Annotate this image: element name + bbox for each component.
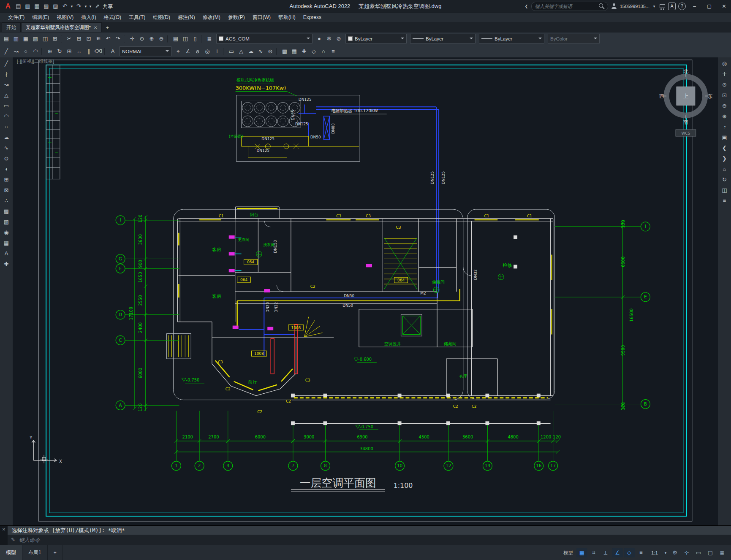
clean-screen-icon[interactable]: ▢: [705, 548, 716, 557]
share-icon[interactable]: ⇗: [93, 2, 102, 11]
open-icon[interactable]: ▥: [23, 2, 32, 11]
account-icon[interactable]: [611, 3, 617, 10]
text-style-icon[interactable]: A: [108, 47, 117, 56]
text-style-combo[interactable]: NORMAL: [120, 46, 171, 56]
qopen-icon[interactable]: ▥: [11, 34, 21, 43]
lineweight-display-toggle[interactable]: ≡: [636, 548, 647, 557]
viewcube-west[interactable]: 西: [659, 93, 664, 99]
undo-icon[interactable]: ↶: [60, 2, 69, 11]
arc-icon[interactable]: ◠: [1, 111, 11, 122]
mtext-icon[interactable]: A: [1, 249, 11, 259]
ortho-mode-toggle[interactable]: ⟂: [600, 548, 611, 557]
undo-dropdown-icon[interactable]: ▾: [70, 2, 74, 11]
plot-style-combo[interactable]: ByColor: [548, 34, 600, 43]
customization-icon[interactable]: ≣: [717, 548, 728, 557]
annotation-monitor-icon[interactable]: ⊹: [681, 548, 692, 557]
hatch-icon[interactable]: ▩: [1, 206, 11, 216]
menu-dimension[interactable]: 标注(N): [174, 13, 199, 22]
wcs-label[interactable]: WCS: [682, 131, 690, 135]
zoom-previous-icon[interactable]: ⊖: [720, 101, 730, 111]
search-input[interactable]: [534, 3, 598, 9]
drawing-canvas[interactable]: [-][俯视][二维线框]: [13, 57, 718, 525]
account-dropdown-icon[interactable]: ▾: [652, 2, 656, 11]
create-block-icon[interactable]: ⊠: [1, 185, 11, 195]
designcenter-icon[interactable]: ◫: [181, 34, 190, 43]
viewport-config-icon[interactable]: ◫: [720, 185, 730, 195]
pan-icon[interactable]: ✛: [128, 34, 137, 43]
properties-icon[interactable]: ▤: [171, 34, 180, 43]
layer-freeze-icon[interactable]: ❄: [324, 34, 334, 43]
document-tab[interactable]: 某超豪华别墅风冷热泵空调图* ✕: [21, 22, 102, 32]
object-snap-toggle[interactable]: ◇: [624, 548, 635, 557]
cad-drawing[interactable]: 124781012141617IGFDCAIEB 模块式风冷热泵机组300KW(…: [13, 57, 718, 525]
viewcube-north[interactable]: 北: [683, 68, 688, 74]
menu-view[interactable]: 视图(V): [53, 13, 77, 22]
circle-icon[interactable]: ○: [21, 47, 30, 56]
redo-dropdown-icon[interactable]: ▾: [84, 2, 88, 11]
menu-window[interactable]: 窗口(W): [249, 13, 274, 22]
menu-modify[interactable]: 修改(M): [199, 13, 224, 22]
quick-access-dropdown-icon[interactable]: ▾: [88, 2, 92, 11]
region-icon[interactable]: ◉: [1, 227, 11, 238]
app-store-icon[interactable]: A: [668, 3, 676, 10]
zoom-window-icon[interactable]: ⊕: [147, 34, 156, 43]
application-menu-button[interactable]: A: [3, 2, 14, 11]
plot-icon[interactable]: ▨: [31, 34, 40, 43]
polyline-icon[interactable]: ↝: [11, 47, 21, 56]
grid-display-toggle[interactable]: ▦: [576, 548, 587, 557]
menu-file[interactable]: 文件(F): [4, 13, 28, 22]
menu-help[interactable]: 帮助(H): [274, 13, 299, 22]
point-icon[interactable]: ✚: [299, 47, 309, 56]
nav-forward-icon[interactable]: ❯: [720, 154, 730, 164]
table-icon[interactable]: ▦: [290, 47, 299, 56]
plot-preview-icon[interactable]: ◫: [41, 34, 50, 43]
spline-icon[interactable]: ∿: [256, 47, 265, 56]
home-view-icon[interactable]: ⌂: [720, 164, 730, 174]
polyline-icon[interactable]: ↝: [1, 80, 11, 90]
cart-icon[interactable]: [659, 3, 666, 10]
layer-states-icon[interactable]: ●: [315, 34, 324, 43]
rectangle-icon[interactable]: ▭: [227, 47, 236, 56]
dim-diameter-icon[interactable]: ⌀: [193, 47, 202, 56]
line-icon[interactable]: ╱: [1, 59, 11, 69]
layer-lock-icon[interactable]: ⊘: [334, 34, 343, 43]
match-properties-icon[interactable]: ≋: [94, 34, 103, 43]
model-tab[interactable]: 模型: [0, 545, 22, 560]
lineweight-combo[interactable]: ByLayer: [479, 34, 544, 43]
point-icon[interactable]: ∴: [1, 196, 11, 206]
pan-icon[interactable]: ✛: [720, 69, 730, 79]
linetype-combo[interactable]: ByLayer: [410, 34, 476, 43]
menu-format[interactable]: 格式(O): [100, 13, 125, 22]
zoom-realtime-icon[interactable]: ⊙: [137, 34, 147, 43]
menu-tools[interactable]: 工具(T): [125, 13, 149, 22]
redo-icon[interactable]: ↷: [74, 2, 83, 11]
viewport-controls[interactable]: [-][俯视][二维线框]: [17, 58, 54, 65]
command-customize-icon[interactable]: ✎: [11, 537, 15, 543]
menu-parametric[interactable]: 参数(P): [224, 13, 249, 22]
annotation-scale-value[interactable]: 1:1: [647, 548, 662, 557]
maximize-button[interactable]: ▢: [703, 0, 715, 13]
close-button[interactable]: ✕: [718, 0, 730, 13]
close-command-icon[interactable]: ✕: [2, 527, 5, 545]
redo-icon[interactable]: ↷: [113, 34, 122, 43]
erase-icon[interactable]: ⌫: [94, 47, 103, 56]
help-icon[interactable]: ?: [678, 3, 686, 10]
revision-cloud-icon[interactable]: ☁: [1, 133, 11, 143]
new-drawing-icon[interactable]: ▤: [14, 2, 23, 11]
orbit-icon[interactable]: ◔: [720, 122, 730, 132]
gradient-icon[interactable]: ▨: [1, 217, 11, 227]
zoom-window-icon[interactable]: ⊡: [720, 90, 730, 100]
list-icon[interactable]: ≡: [329, 47, 338, 56]
close-tab-icon[interactable]: ✕: [94, 25, 97, 30]
new-tab-button[interactable]: +: [102, 23, 112, 32]
search-collapse-icon[interactable]: ❮: [524, 2, 529, 11]
share-button[interactable]: 共享: [103, 3, 113, 10]
annotation-scale-dropdown-icon[interactable]: ▾: [663, 548, 668, 557]
save-icon[interactable]: ▦: [33, 2, 41, 11]
block-icon[interactable]: ◇: [309, 47, 318, 56]
dim-radius-icon[interactable]: ◎: [203, 47, 212, 56]
ellipse-icon[interactable]: ⊜: [1, 154, 11, 164]
dim-linear-icon[interactable]: ⌖: [174, 47, 183, 56]
regen-icon[interactable]: ↻: [720, 175, 730, 185]
qsave-icon[interactable]: ▦: [21, 34, 30, 43]
